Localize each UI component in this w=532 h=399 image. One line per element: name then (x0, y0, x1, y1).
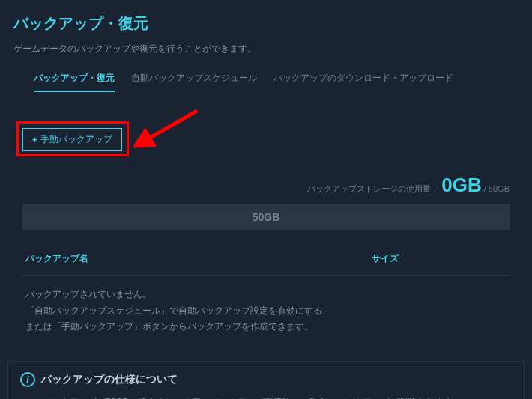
manual-backup-button-label: 手動バックアップ (40, 133, 112, 146)
content-panel: + 手動バックアップ バックアップストレージの使用量： 0GB / 50GB 5… (7, 115, 525, 350)
storage-total-value: / 50GB (484, 184, 510, 193)
info-title: バックアップの仕様について (41, 373, 178, 386)
tab-auto-schedule[interactable]: 自動バックアップスケジュール (131, 72, 257, 92)
page-title: バックアップ・復元 (0, 0, 532, 34)
info-header: i バックアップの仕様について (20, 372, 512, 387)
info-icon: i (20, 372, 35, 387)
empty-line-1: バックアップされていません。 (25, 287, 507, 303)
backup-table-header: バックアップ名 サイズ (22, 252, 510, 276)
tab-backup-restore[interactable]: バックアップ・復元 (34, 72, 115, 92)
empty-line-2: 「自動バックアップスケジュール」で自動バックアップ設定を有効にする、 (25, 303, 507, 320)
storage-bar-label: 50GB (253, 211, 280, 223)
svg-line-1 (145, 111, 197, 141)
column-header-name: バックアップ名 (25, 252, 372, 265)
info-panel: i バックアップの仕様について バックアップが50GBに達すると、次回のバックア… (7, 361, 525, 399)
storage-label: バックアップストレージの使用量： (307, 184, 439, 193)
callout-arrow-icon (133, 102, 223, 154)
info-body: バックアップが50GBに達すると、次回のバックアップ実行時に一番古いバックアップ… (20, 387, 512, 399)
column-header-size: サイズ (372, 252, 507, 265)
tab-download-upload[interactable]: バックアップのダウンロード・アップロード (273, 72, 453, 92)
empty-message: バックアップされていません。 「自動バックアップスケジュール」で自動バックアップ… (22, 276, 510, 335)
manual-backup-button[interactable]: + 手動バックアップ (22, 128, 122, 151)
storage-used-value: 0GB (441, 174, 481, 196)
storage-bar: 50GB (22, 204, 510, 230)
empty-line-3: または「手動バックアップ」ボタンからバックアップを作成できます。 (25, 319, 507, 335)
page-subtitle: ゲームデータのバックアップや復元を行うことができます。 (0, 34, 532, 55)
plus-icon: + (32, 135, 37, 145)
tab-bar: バックアップ・復元 自動バックアップスケジュール バックアップのダウンロード・ア… (0, 55, 532, 92)
storage-usage: バックアップストレージの使用量： 0GB / 50GB (22, 174, 510, 197)
button-row: + 手動バックアップ (22, 128, 510, 151)
